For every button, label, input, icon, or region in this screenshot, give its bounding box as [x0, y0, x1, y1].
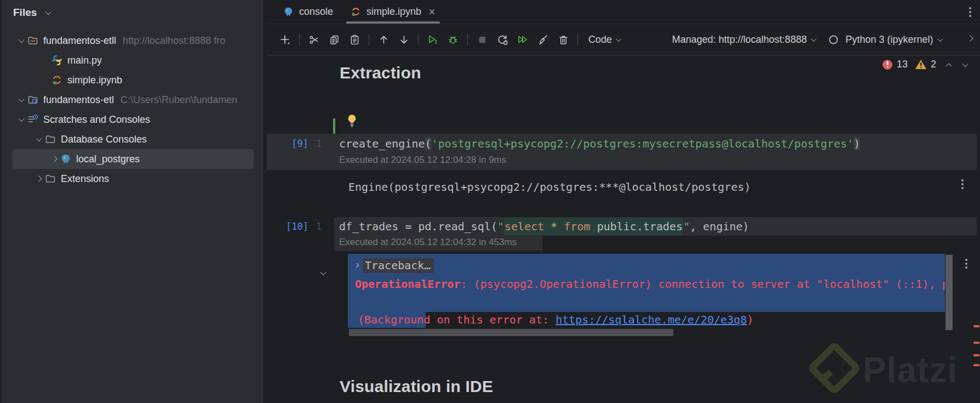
platzi-watermark-text: Platzi	[863, 350, 958, 390]
cell-9-output: Engine(postgresql+psycopg2://postgres:**…	[348, 179, 751, 195]
files-tool-window: Files fundamentos-etll http://localhost:…	[0, 0, 264, 403]
close-icon[interactable]	[428, 8, 435, 15]
cell-line-number: 1	[314, 217, 322, 236]
traceback-background-line: (Background on this error at: https://sq…	[358, 312, 753, 328]
cut-cell-button[interactable]	[305, 30, 323, 49]
output-vertical-scrollbar[interactable]	[945, 255, 953, 330]
tree-item-label: Extensions	[61, 173, 109, 185]
paste-cell-button[interactable]	[345, 30, 364, 49]
server-dropdown[interactable]: Managed: http://localhost:8888	[667, 34, 818, 46]
tree-item-label: local_postgres	[76, 154, 140, 165]
chevron-right-icon[interactable]	[33, 177, 45, 181]
run-cell-select-below-button[interactable]	[423, 30, 442, 49]
tree-item-main-py[interactable]: main.py	[12, 50, 254, 70]
clear-outputs-button[interactable]	[534, 30, 552, 49]
tree-item-fundamentos-etll[interactable]: fundamentos-etll http://localhost:8888 f…	[12, 31, 254, 50]
tab-console[interactable]: console	[274, 0, 342, 24]
tab-label: simple.ipynb	[366, 6, 421, 18]
tab-bar-menu-icon[interactable]	[969, 11, 971, 13]
chevron-right-icon[interactable]	[48, 157, 60, 161]
linked-folder-icon	[27, 94, 38, 105]
cell-9-code-line[interactable]: create_engine('postgresql+psycopg2://pos…	[339, 134, 860, 154]
tree-item-scratches[interactable]: Scratches and Consoles	[12, 110, 254, 129]
tab-label: console	[299, 6, 333, 18]
platzi-logo-icon	[809, 341, 859, 398]
tree-item-simple-ipynb[interactable]: simple.ipynb	[12, 70, 254, 90]
python-icon	[51, 55, 62, 66]
kernel-dropdown[interactable]: Python 3 (ipykernel)	[844, 34, 947, 46]
tree-item-hint: C:\Users\Ruben\fundamen	[121, 94, 237, 106]
error-count: 13	[897, 59, 908, 70]
jupyter-icon	[351, 7, 362, 18]
output-menu-icon[interactable]	[961, 183, 964, 185]
copy-cell-button[interactable]	[325, 30, 343, 49]
collapse-output-icon[interactable]	[317, 271, 329, 275]
tree-item-extensions[interactable]: Extensions	[12, 169, 254, 189]
postgres-icon	[283, 7, 294, 18]
chevron-down-icon[interactable]	[33, 137, 45, 141]
editor-tab-bar: console simple.ipynb	[267, 0, 980, 24]
markdown-heading-extraction: Extraction	[340, 64, 421, 82]
warning-icon	[915, 60, 926, 69]
tree-item-local-postgres[interactable]: local_postgres	[12, 149, 254, 169]
files-panel-header[interactable]: Files	[2, 0, 263, 26]
traceback-selection[interactable]: Traceback… OperationalError: (psycopg2.O…	[348, 254, 945, 312]
warning-count: 2	[931, 59, 936, 70]
delete-cell-button[interactable]	[554, 30, 572, 49]
notebook-panel: 13 2 Extraction [9] 1 create_engine('pos…	[267, 56, 980, 403]
jupyter-folder-icon	[27, 35, 38, 46]
tree-item-hint: http://localhost:8888 fro	[123, 35, 225, 47]
tab-simple-ipynb[interactable]: simple.ipynb	[342, 0, 444, 24]
error-stripe-mark[interactable]	[973, 325, 979, 327]
error-icon	[882, 60, 892, 70]
move-cell-down-button[interactable]	[394, 30, 413, 49]
expand-traceback-icon[interactable]	[354, 263, 359, 268]
restart-kernel-button[interactable]	[493, 30, 512, 49]
debug-cell-button[interactable]	[444, 30, 462, 49]
output-menu-icon[interactable]	[965, 263, 967, 265]
cell-line-number: 1	[314, 134, 322, 154]
intention-bulb-icon[interactable]	[347, 114, 357, 128]
stop-kernel-button[interactable]	[473, 30, 491, 49]
ide-window: Files fundamentos-etll http://localhost:…	[0, 0, 980, 403]
chevron-down-icon[interactable]	[15, 38, 27, 43]
error-stripe-mark[interactable]	[973, 342, 979, 344]
chevron-down-icon[interactable]	[15, 117, 27, 122]
tree-item-fundamentos-etl[interactable]: fundamentos-etl C:\Users\Ruben\fundamen	[12, 90, 254, 110]
move-cell-up-button[interactable]	[374, 30, 393, 49]
output-horizontal-scrollbar[interactable]	[349, 329, 673, 336]
notebook-toolbar: Code Managed: http://localhost:8888 Pyth…	[267, 24, 980, 55]
folder-icon	[45, 134, 56, 145]
tree-item-label: Database Consoles	[61, 134, 147, 145]
kernel-label: Python 3 (ipykernel)	[845, 34, 933, 46]
editor-area: console simple.ipynb	[267, 0, 980, 403]
code-cell-9: [9] 1 create_engine('postgresql+psycopg2…	[267, 134, 977, 170]
chevron-down-icon[interactable]	[15, 98, 27, 102]
file-tree: fundamentos-etll http://localhost:8888 f…	[2, 31, 263, 189]
chevron-down-icon[interactable]	[42, 10, 54, 15]
previous-problem-icon[interactable]	[943, 63, 955, 67]
cell-type-label: Code	[588, 34, 612, 46]
tree-item-label: simple.ipynb	[67, 75, 122, 86]
error-stripe-mark[interactable]	[973, 364, 979, 366]
traceback-summary[interactable]: Traceback…	[363, 258, 434, 273]
tree-item-label: main.py	[67, 55, 102, 66]
sqlalchemy-error-link[interactable]: https://sqlalche.me/e/20/e3q8	[555, 313, 747, 326]
files-panel-title: Files	[13, 7, 37, 19]
cell-10-code-line[interactable]: df_trades = pd.read_sql("select * from p…	[339, 217, 749, 236]
cell-9-executed-at: Executed at 2024.05.12 12:04:28 in 9ms	[339, 154, 506, 169]
error-stripe-mark[interactable]	[973, 354, 979, 356]
jupyter-icon	[51, 75, 62, 86]
problems-widget[interactable]: 13 2	[882, 59, 971, 70]
add-cell-button[interactable]	[276, 30, 294, 49]
markdown-heading-visualization: Visualization in IDE	[340, 377, 493, 396]
server-label: Managed: http://localhost:8888	[672, 34, 807, 46]
run-all-cells-button[interactable]	[513, 30, 532, 49]
cell-type-dropdown[interactable]: Code	[583, 34, 626, 46]
kernel-status-icon	[828, 35, 839, 45]
cell-10-executed-at: Executed at 2024.05.12 12:04:32 in 453ms	[339, 236, 517, 251]
tree-item-database-consoles[interactable]: Database Consoles	[12, 129, 254, 149]
tree-item-label: fundamentos-etl	[43, 94, 114, 106]
next-problem-icon[interactable]	[959, 63, 971, 67]
cell-execution-count: [9]	[282, 134, 308, 154]
